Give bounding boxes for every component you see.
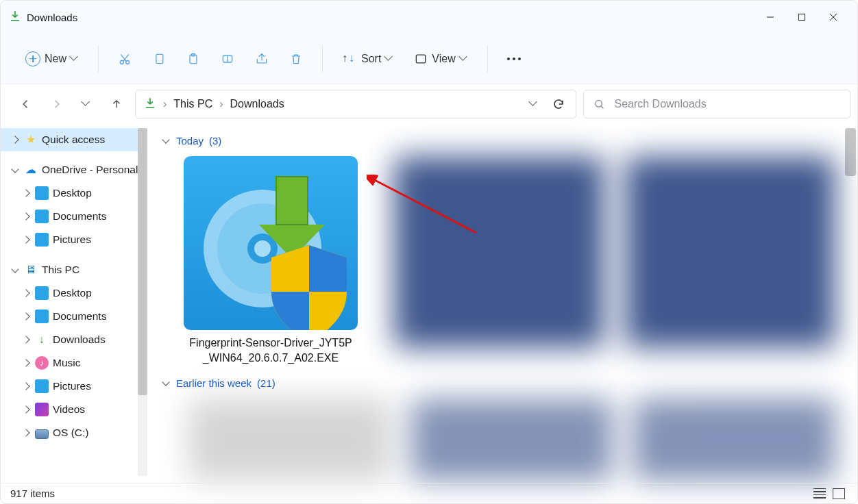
- sidebar-item-this-pc[interactable]: 🖥 This PC: [1, 258, 147, 281]
- svg-rect-0: [799, 14, 805, 21]
- chevron-down-icon: [385, 55, 393, 63]
- file-item-blurred[interactable]: [633, 399, 835, 481]
- chevron-right-icon: [10, 135, 20, 144]
- forward-button[interactable]: [47, 95, 65, 113]
- search-input[interactable]: [614, 98, 840, 110]
- sidebar-item-label: Documents: [53, 210, 106, 223]
- file-item-blurred[interactable]: [625, 156, 835, 348]
- maximize-button[interactable]: [786, 6, 818, 28]
- navigation-pane: ★ Quick access ☁ OneDrive - Personal Des…: [1, 124, 147, 484]
- chevron-right-icon: [21, 358, 31, 368]
- search-bar[interactable]: [583, 90, 850, 118]
- crumb-downloads[interactable]: Downloads: [230, 98, 284, 110]
- rename-button[interactable]: [212, 44, 243, 74]
- sidebar-item-label: OS (C:): [53, 427, 89, 439]
- file-item-blurred[interactable]: [188, 399, 391, 481]
- svg-point-2: [126, 60, 130, 64]
- sidebar-item-documents[interactable]: Documents: [1, 305, 147, 328]
- new-button[interactable]: New: [17, 44, 87, 74]
- installer-icon: [184, 156, 358, 330]
- copy-button[interactable]: [144, 44, 174, 74]
- new-label: New: [45, 53, 66, 65]
- address-bar[interactable]: › This PC › Downloads: [135, 90, 576, 118]
- svg-rect-13: [276, 177, 308, 225]
- sidebar-item-onedrive[interactable]: ☁ OneDrive - Personal: [1, 158, 147, 181]
- chevron-right-icon: [21, 288, 31, 298]
- cut-button[interactable]: [110, 44, 140, 74]
- sidebar-item-pictures[interactable]: Pictures: [1, 228, 147, 251]
- group-label: Today: [176, 135, 204, 147]
- sidebar-scrollbar-thumb[interactable]: [138, 128, 147, 395]
- address-row: › This PC › Downloads: [1, 84, 857, 124]
- up-button[interactable]: [108, 95, 125, 113]
- sort-button[interactable]: Sort: [334, 44, 402, 74]
- sort-icon: [342, 52, 357, 66]
- sidebar-item-label: Desktop: [53, 187, 92, 199]
- chevron-down-icon: [10, 165, 20, 175]
- status-items: 917 items: [10, 488, 55, 499]
- refresh-button[interactable]: [550, 95, 567, 113]
- sidebar-item-desktop[interactable]: Desktop: [1, 281, 147, 305]
- sidebar-item-label: Videos: [53, 403, 85, 416]
- downloads-icon: ↓: [35, 333, 49, 346]
- view-button[interactable]: View: [406, 44, 476, 74]
- plus-icon: [25, 51, 40, 66]
- chevron-right-icon: [21, 428, 31, 438]
- chevron-down-icon: [161, 136, 171, 146]
- chevron-right-icon: [21, 335, 31, 344]
- sidebar-item-pictures[interactable]: Pictures: [1, 375, 147, 398]
- separator: [322, 45, 323, 73]
- search-icon: [593, 98, 604, 110]
- sidebar-item-videos[interactable]: Videos: [1, 398, 147, 421]
- chevron-right-icon: ›: [163, 98, 167, 110]
- music-icon: ♪: [35, 356, 49, 370]
- delete-button[interactable]: [281, 44, 311, 74]
- group-header-today[interactable]: Today (3): [161, 135, 844, 147]
- file-item-blurred[interactable]: [411, 399, 613, 481]
- recent-button[interactable]: [77, 95, 95, 113]
- share-button[interactable]: [247, 44, 277, 74]
- folder-icon: [35, 186, 49, 200]
- sidebar-item-documents[interactable]: Documents: [1, 205, 147, 228]
- pictures-icon: [35, 379, 49, 393]
- close-button[interactable]: [818, 6, 849, 28]
- sidebar-item-label: Pictures: [53, 234, 91, 246]
- file-item[interactable]: Fingerprint-Sensor-Driver_JYT5P _WIN64_2…: [168, 156, 373, 366]
- address-dropdown-button[interactable]: [525, 95, 543, 113]
- sidebar-item-os-drive[interactable]: OS (C:): [1, 421, 147, 444]
- group-label: Earlier this week: [176, 377, 252, 389]
- view-label: View: [432, 53, 455, 65]
- more-button[interactable]: [499, 44, 529, 74]
- large-icons-view-button[interactable]: [833, 488, 845, 499]
- content-scrollbar-thumb[interactable]: [845, 128, 856, 176]
- sidebar-item-quick-access[interactable]: ★ Quick access: [1, 128, 147, 151]
- group-count: (3): [209, 135, 221, 147]
- document-icon: [35, 310, 49, 323]
- sidebar-item-music[interactable]: ♪Music: [1, 351, 147, 375]
- paste-button[interactable]: [178, 44, 208, 74]
- chevron-right-icon: [21, 312, 31, 321]
- window-title: Downloads: [27, 12, 77, 23]
- sidebar-item-label: Downloads: [53, 333, 106, 346]
- more-icon: [507, 58, 521, 60]
- sidebar-item-desktop[interactable]: Desktop: [1, 181, 147, 205]
- chevron-right-icon: [21, 381, 31, 391]
- chevron-right-icon: ›: [219, 98, 223, 110]
- chevron-right-icon: [21, 235, 31, 244]
- sidebar-item-downloads[interactable]: ↓Downloads: [1, 328, 147, 351]
- status-bar: 917 items: [1, 483, 857, 503]
- svg-point-12: [254, 240, 271, 257]
- file-item-blurred[interactable]: [394, 156, 604, 348]
- drive-icon: [35, 429, 49, 439]
- minimize-button[interactable]: [755, 6, 786, 28]
- crumb-this-pc[interactable]: This PC: [173, 98, 212, 110]
- sidebar-item-label: Quick access: [42, 134, 105, 146]
- chevron-right-icon: [21, 212, 31, 221]
- details-view-button[interactable]: [813, 488, 826, 499]
- content-pane: Today (3): [147, 124, 857, 484]
- group-header-earlier[interactable]: Earlier this week (21): [161, 377, 844, 389]
- document-icon: [35, 210, 49, 223]
- star-icon: ★: [24, 133, 38, 147]
- back-button[interactable]: [17, 95, 35, 113]
- toolbar: New Sort View: [1, 34, 857, 84]
